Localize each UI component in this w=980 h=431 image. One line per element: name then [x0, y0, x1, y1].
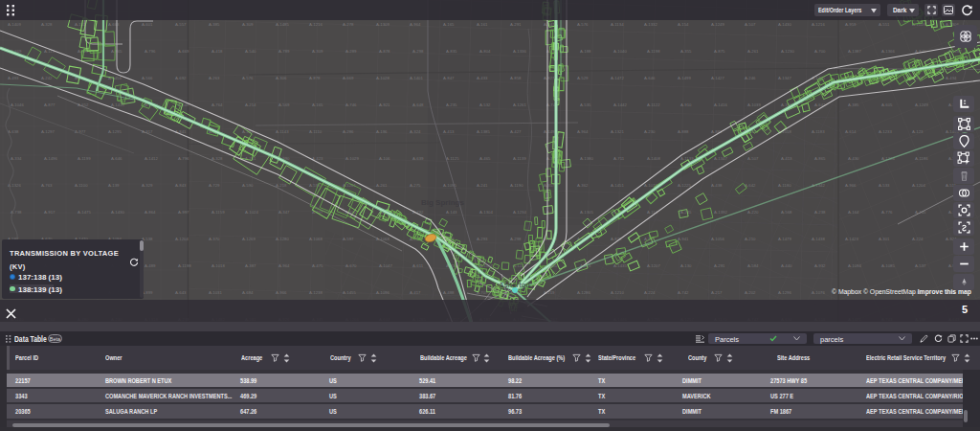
svg-text:A-1190: A-1190 — [510, 183, 523, 188]
svg-text:A-1485: A-1485 — [276, 22, 289, 27]
svg-text:A-329: A-329 — [142, 183, 153, 188]
svg-text:A-1430: A-1430 — [778, 22, 791, 27]
svg-text:A-1442: A-1442 — [613, 102, 627, 107]
svg-text:A-711: A-711 — [613, 156, 625, 161]
svg-text:A-796: A-796 — [178, 156, 189, 161]
svg-text:A-355: A-355 — [680, 49, 692, 54]
svg-text:A-1249: A-1249 — [711, 22, 724, 27]
svg-text:A-475: A-475 — [312, 263, 323, 268]
svg-text:A-309: A-309 — [242, 22, 254, 27]
svg-text:A-1332: A-1332 — [644, 22, 657, 27]
svg-text:A-1216: A-1216 — [309, 22, 323, 27]
svg-text:A-1496: A-1496 — [44, 156, 57, 161]
svg-text:A-921: A-921 — [379, 102, 390, 107]
svg-text:A-1047: A-1047 — [379, 263, 392, 268]
svg-text:A-1207: A-1207 — [647, 263, 660, 268]
svg-text:A-1134: A-1134 — [611, 22, 624, 27]
svg-text:A-1183: A-1183 — [812, 129, 825, 134]
svg-text:A-324: A-324 — [410, 129, 421, 134]
svg-text:A-1139: A-1139 — [513, 156, 526, 161]
svg-text:A-576: A-576 — [242, 76, 254, 80]
svg-text:A-764: A-764 — [212, 102, 223, 107]
svg-text:A-796: A-796 — [145, 49, 156, 54]
svg-text:A-827: A-827 — [544, 76, 555, 80]
svg-text:A-888: A-888 — [678, 129, 689, 134]
svg-text:A-789: A-789 — [278, 49, 290, 54]
svg-text:A-1435: A-1435 — [613, 263, 627, 268]
svg-text:A-246: A-246 — [745, 76, 756, 80]
svg-text:A-605: A-605 — [881, 102, 893, 107]
svg-text:A-1018: A-1018 — [212, 263, 225, 268]
svg-text:A-1336: A-1336 — [513, 49, 526, 54]
svg-text:A-997: A-997 — [178, 210, 189, 215]
svg-text:A-465: A-465 — [479, 156, 491, 161]
svg-text:A-878: A-878 — [379, 49, 390, 54]
svg-text:A-1387: A-1387 — [848, 49, 861, 54]
svg-text:A-1401: A-1401 — [410, 76, 423, 80]
svg-text:A-584: A-584 — [747, 263, 759, 268]
svg-text:A-347: A-347 — [278, 210, 290, 215]
svg-text:A-877: A-877 — [44, 102, 56, 107]
svg-text:A-165: A-165 — [443, 22, 455, 27]
svg-text:A-1347: A-1347 — [778, 76, 791, 80]
svg-text:A-309: A-309 — [312, 49, 323, 54]
svg-text:A-1198: A-1198 — [647, 49, 660, 54]
svg-text:A-540: A-540 — [245, 49, 256, 54]
svg-text:A-291: A-291 — [714, 263, 725, 268]
svg-text:Big Springs: Big Springs — [421, 198, 464, 207]
svg-text:A-639: A-639 — [412, 156, 424, 161]
svg-text:A-1199: A-1199 — [78, 156, 91, 161]
svg-text:A-1234: A-1234 — [513, 210, 526, 215]
svg-text:A-507: A-507 — [747, 156, 759, 161]
svg-text:A-413: A-413 — [443, 129, 455, 134]
svg-text:A-1416: A-1416 — [714, 102, 727, 107]
svg-text:A-218: A-218 — [276, 183, 287, 188]
svg-text:A-196: A-196 — [376, 129, 388, 134]
svg-text:A-210: A-210 — [745, 237, 756, 241]
svg-text:A-669: A-669 — [343, 76, 354, 80]
svg-text:A-835: A-835 — [446, 49, 457, 54]
svg-text:A-875: A-875 — [714, 49, 725, 54]
svg-text:A-1204: A-1204 — [175, 237, 189, 241]
svg-text:A-1068: A-1068 — [309, 237, 323, 241]
svg-text:A-328: A-328 — [212, 156, 223, 161]
svg-text:A-1408: A-1408 — [647, 156, 660, 161]
svg-text:A-440: A-440 — [781, 263, 792, 268]
svg-text:A-489: A-489 — [145, 263, 156, 268]
svg-text:A-1225: A-1225 — [678, 183, 691, 188]
svg-text:A-959: A-959 — [845, 22, 857, 27]
svg-text:A-430: A-430 — [848, 156, 859, 161]
svg-text:A-569: A-569 — [278, 102, 290, 107]
svg-text:A-275: A-275 — [410, 183, 421, 188]
svg-text:A-1230: A-1230 — [781, 49, 794, 54]
svg-text:A-1451: A-1451 — [611, 183, 624, 188]
svg-text:A-123: A-123 — [912, 129, 924, 134]
svg-text:A-427: A-427 — [510, 129, 522, 134]
svg-text:A-1024: A-1024 — [245, 210, 258, 215]
svg-text:A-278: A-278 — [343, 22, 354, 27]
svg-text:A-646: A-646 — [644, 76, 656, 80]
svg-text:A-154: A-154 — [678, 22, 689, 27]
svg-text:A-847: A-847 — [443, 76, 455, 80]
svg-text:A-370: A-370 — [209, 237, 220, 241]
svg-text:A-1180: A-1180 — [778, 183, 791, 188]
svg-text:A-843: A-843 — [175, 183, 187, 188]
svg-text:A-532: A-532 — [479, 102, 491, 107]
svg-text:A-669: A-669 — [178, 49, 189, 54]
svg-text:A-841: A-841 — [175, 129, 187, 134]
svg-text:A-557: A-557 — [175, 22, 187, 27]
svg-text:A-286: A-286 — [343, 129, 354, 134]
svg-text:A-293: A-293 — [477, 237, 488, 241]
svg-text:A-1321: A-1321 — [611, 129, 624, 134]
svg-text:A-301: A-301 — [879, 237, 890, 241]
svg-text:A-1309: A-1309 — [376, 22, 390, 27]
svg-text:A-597: A-597 — [343, 237, 354, 241]
svg-text:A-529: A-529 — [577, 76, 589, 80]
svg-text:A-1204: A-1204 — [912, 183, 925, 188]
svg-text:A-1039: A-1039 — [747, 102, 761, 107]
svg-text:A-1040: A-1040 — [613, 49, 627, 54]
svg-text:A-1305: A-1305 — [580, 210, 593, 215]
svg-text:A-235: A-235 — [446, 102, 457, 107]
svg-text:A-865: A-865 — [814, 156, 826, 161]
svg-text:A-551: A-551 — [879, 22, 890, 27]
